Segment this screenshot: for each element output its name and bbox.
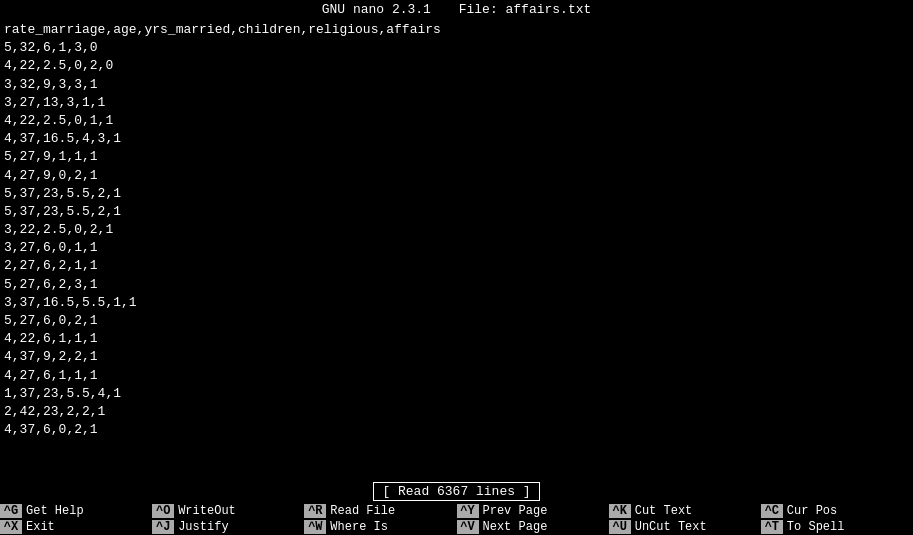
shortcut-item-1-4[interactable]: ^UUnCut Text [609, 519, 761, 535]
shortcut-label: UnCut Text [635, 520, 707, 534]
shortcut-label: To Spell [787, 520, 845, 534]
shortcut-key: ^Y [457, 504, 479, 518]
shortcut-key: ^X [0, 520, 22, 534]
shortcut-key: ^G [0, 504, 22, 518]
shortcut-label: Where Is [330, 520, 388, 534]
shortcut-label: Justify [178, 520, 228, 534]
shortcut-item-0-2[interactable]: ^RRead File [304, 503, 456, 519]
shortcut-key: ^R [304, 504, 326, 518]
file-name: File: affairs.txt [459, 2, 592, 17]
shortcut-key: ^C [761, 504, 783, 518]
shortcut-key: ^K [609, 504, 631, 518]
shortcut-item-1-2[interactable]: ^WWhere Is [304, 519, 456, 535]
shortcut-label: Exit [26, 520, 55, 534]
shortcut-item-1-0[interactable]: ^XExit [0, 519, 152, 535]
shortcut-label: Read File [330, 504, 395, 518]
shortcut-item-0-4[interactable]: ^KCut Text [609, 503, 761, 519]
shortcut-label: Get Help [26, 504, 84, 518]
shortcut-label: WriteOut [178, 504, 236, 518]
shortcut-key: ^J [152, 520, 174, 534]
shortcut-row-1: ^XExit^JJustify^WWhere Is^VNext Page^UUn… [0, 519, 913, 535]
shortcut-label: Cur Pos [787, 504, 837, 518]
shortcut-key: ^V [457, 520, 479, 534]
shortcut-item-0-5[interactable]: ^CCur Pos [761, 503, 913, 519]
shortcut-key: ^T [761, 520, 783, 534]
file-content[interactable]: rate_marriage,age,yrs_married,children,r… [0, 19, 913, 480]
nano-editor: GNU nano 2.3.1 File: affairs.txt rate_ma… [0, 0, 913, 535]
shortcut-key: ^W [304, 520, 326, 534]
shortcut-item-0-3[interactable]: ^YPrev Page [457, 503, 609, 519]
shortcut-item-0-1[interactable]: ^OWriteOut [152, 503, 304, 519]
shortcut-label: Cut Text [635, 504, 693, 518]
shortcut-key: ^U [609, 520, 631, 534]
shortcuts-bar: ^GGet Help^OWriteOut^RRead File^YPrev Pa… [0, 503, 913, 535]
shortcut-key: ^O [152, 504, 174, 518]
shortcut-item-1-1[interactable]: ^JJustify [152, 519, 304, 535]
shortcut-item-1-3[interactable]: ^VNext Page [457, 519, 609, 535]
title-bar: GNU nano 2.3.1 File: affairs.txt [0, 0, 913, 19]
status-bar: [ Read 6367 lines ] [0, 480, 913, 503]
shortcut-label: Prev Page [483, 504, 548, 518]
shortcut-label: Next Page [483, 520, 548, 534]
shortcut-row-0: ^GGet Help^OWriteOut^RRead File^YPrev Pa… [0, 503, 913, 519]
app-name: GNU nano 2.3.1 [322, 2, 431, 17]
shortcut-item-1-5[interactable]: ^TTo Spell [761, 519, 913, 535]
status-message: [ Read 6367 lines ] [373, 482, 539, 501]
shortcut-item-0-0[interactable]: ^GGet Help [0, 503, 152, 519]
